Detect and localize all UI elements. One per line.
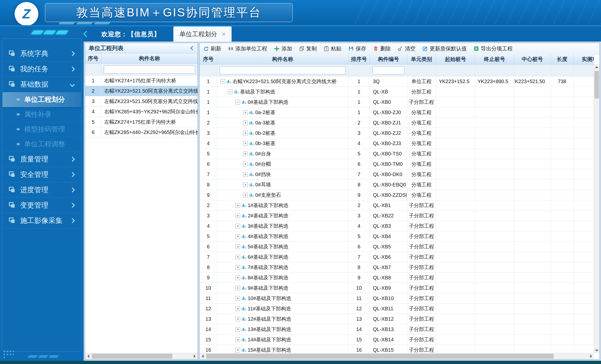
tab-close-icon[interactable]: × xyxy=(222,31,226,37)
table-row[interactable]: 1−0#基础及下部构造1QL-XB0子分部工程 xyxy=(200,97,594,107)
table-row[interactable]: 8+0#耳墙8QL-XB0-EBQ0分项工程 xyxy=(200,180,594,190)
copy-button[interactable]: 复制 xyxy=(299,45,317,52)
expand-node-icon[interactable]: + xyxy=(243,151,248,156)
table-row[interactable]: 9+8#基础及下部构造9QL-XB8子分部工程 xyxy=(200,273,594,283)
expand-node-icon[interactable]: + xyxy=(243,172,248,177)
expand-node-icon[interactable]: + xyxy=(235,213,240,218)
expand-node-icon[interactable]: + xyxy=(235,203,240,208)
table-row[interactable]: 16+15#基础及下部构造16QL-XB15子分部工程 xyxy=(200,345,594,353)
scroll-right-arrow-icon[interactable] xyxy=(192,353,198,359)
table-row[interactable]: 4+0b-3桩基4QL-XB0-ZJ3分项工程 xyxy=(200,138,594,149)
collapse-node-icon[interactable]: − xyxy=(235,100,240,105)
table-row[interactable]: 5+0#台身5QL-XB0-TS0分项工程 xyxy=(200,149,594,159)
add-button[interactable]: 添加 xyxy=(274,45,292,52)
sidebar-item[interactable]: 质量管理 xyxy=(3,152,81,167)
table-row[interactable]: 4+3#基础及下部构造4QL-XB3子分部工程 xyxy=(200,221,594,231)
table-row[interactable]: 6+5#基础及下部构造6QL-XB5子分部工程 xyxy=(200,242,594,252)
sidebar-subitem[interactable]: 属性补录 xyxy=(3,107,81,122)
sidebar-subitem[interactable]: 单位工程划分 xyxy=(3,92,81,107)
list-item[interactable]: 6左幅ZK285+440~ZK292+965阿尔金山特长隧道 xyxy=(85,127,198,138)
expand-node-icon[interactable]: + xyxy=(235,234,240,239)
table-row[interactable]: 14+13#基础及下部构造14QL-XB13子分部工程 xyxy=(200,324,594,335)
table-row[interactable]: 1−基础及下部构造1QL-XB分部工程 xyxy=(200,87,594,97)
expand-node-icon[interactable]: + xyxy=(243,162,248,167)
table-row[interactable]: 2+1#基础及下部构造2QL-XB1子分部工程 xyxy=(200,200,594,211)
unit-name-filter-input[interactable] xyxy=(104,65,195,74)
delete-button[interactable]: 删除 xyxy=(373,45,391,52)
vscroll-thumb[interactable] xyxy=(594,71,599,98)
expand-node-icon[interactable]: + xyxy=(243,182,248,187)
sidebar-item[interactable]: 变更管理 xyxy=(3,198,81,213)
expand-node-icon[interactable]: + xyxy=(235,306,240,311)
sidebar-item[interactable]: 系统字典 xyxy=(3,46,81,61)
list-item[interactable]: 4右幅YK285+435~YK292+962阿尔金山特长隧道 xyxy=(85,107,198,117)
paste-button[interactable]: 粘贴 xyxy=(324,45,341,52)
scroll-down-arrow-icon[interactable] xyxy=(594,348,599,353)
expand-node-icon[interactable]: + xyxy=(235,244,240,249)
table-row[interactable]: 3+2#基础及下部构造3QL-XB22子分部工程 xyxy=(200,211,594,221)
expand-node-icon[interactable]: + xyxy=(235,327,240,332)
list-item[interactable]: 5左幅ZK274+175红崖子沟特大桥 xyxy=(85,117,198,127)
expand-node-icon[interactable]: + xyxy=(235,286,240,290)
list-item[interactable]: 2右幅YK223+521.50阿克塞分离式立交跨线大桥 xyxy=(85,86,198,96)
tab-unit-division[interactable]: 单位工程划分 × xyxy=(173,26,232,42)
hscroll-thumb[interactable] xyxy=(92,354,172,359)
collapse-node-icon[interactable]: − xyxy=(228,89,233,94)
table-hscrollbar[interactable] xyxy=(200,353,594,359)
expand-node-icon[interactable]: + xyxy=(235,337,240,342)
table-row[interactable]: 12+11#基础及下部构造12QL-XB11子分部工程 xyxy=(200,304,594,314)
component-code-filter-input[interactable] xyxy=(372,66,404,74)
expand-node-icon[interactable]: + xyxy=(235,317,240,321)
list-item[interactable]: 1右幅YK274+175红崖子沟特大桥 xyxy=(85,76,198,86)
sidebar-subitem[interactable]: 单位工程调整 xyxy=(3,137,81,152)
sidebar-item[interactable]: 基础数据 xyxy=(3,77,81,92)
table-vscrollbar[interactable] xyxy=(594,64,599,353)
scroll-left-arrow-icon[interactable] xyxy=(85,353,91,359)
scroll-up-arrow-icon[interactable] xyxy=(594,64,599,70)
collapse-node-icon[interactable]: − xyxy=(220,79,225,84)
sidebar-item[interactable]: 进度管理 xyxy=(3,182,81,198)
table-row[interactable]: 8+7#基础及下部构造8QL-XB7子分部工程 xyxy=(200,262,594,273)
table-row[interactable]: 11+10#基础及下部构造11QL-XB10子分部工程 xyxy=(200,293,594,304)
table-row[interactable]: 2+0a-3桩基2QL-XB0-ZJ1分项工程 xyxy=(200,118,594,128)
panel-collapse-icon[interactable] xyxy=(191,46,195,50)
expand-node-icon[interactable]: + xyxy=(243,120,248,125)
sidebar-subitem[interactable]: 模型挂码管理 xyxy=(3,122,81,137)
list-item[interactable]: 3左幅ZK223+521.50阿克塞分离式立交跨线大桥 xyxy=(85,96,198,107)
expand-node-icon[interactable]: + xyxy=(235,224,240,228)
table-row[interactable]: 9+0#支座垫石9QL-XB0-ZZDS0分项工程 xyxy=(200,190,594,200)
expand-node-icon[interactable]: + xyxy=(235,255,240,259)
save-button[interactable]: 保存 xyxy=(348,45,366,52)
component-name-filter-input[interactable] xyxy=(220,66,345,74)
table-row[interactable]: 10+9#基础及下部构造10QL-XB9子分部工程 xyxy=(200,283,594,293)
export-subitem-button[interactable]: 导出分项工程 xyxy=(473,45,513,52)
table-row[interactable]: 5+4#基础及下部构造5QL-XB4子分部工程 xyxy=(200,231,594,242)
table-row[interactable]: 1+0a-2桩基1QL-XB0-ZJ0分项工程 xyxy=(200,107,594,118)
table-row[interactable]: 1−右幅YK223+521.50阿克塞分离式立交跨线大桥13Q单位工程YK223… xyxy=(200,76,594,87)
expand-node-icon[interactable]: + xyxy=(235,348,240,352)
expand-node-icon[interactable]: + xyxy=(243,193,248,197)
clear-button[interactable]: 清空 xyxy=(398,45,416,52)
sidebar-item[interactable]: 我的任务 xyxy=(3,61,81,77)
tab-scroll-left-icon[interactable] xyxy=(84,26,91,42)
update-quality-defaults-button[interactable]: 更新质保默认值 xyxy=(422,45,467,52)
scroll-right-arrow-icon[interactable] xyxy=(588,353,594,359)
sidebar-item[interactable]: 施工影像采集 xyxy=(3,213,81,228)
scroll-left-arrow-icon[interactable] xyxy=(200,353,206,359)
expand-node-icon[interactable]: + xyxy=(243,110,248,115)
expand-node-icon[interactable]: + xyxy=(235,275,240,280)
table-row[interactable]: 6+0#台帽6QL-XB0-TM0分项工程 xyxy=(200,159,594,169)
expand-node-icon[interactable]: + xyxy=(243,131,248,136)
expand-node-icon[interactable]: + xyxy=(243,141,248,146)
table-row[interactable]: 13+12#基础及下部构造13QL-XB12子分部工程 xyxy=(200,314,594,324)
table-row[interactable]: 15+14#基础及下部构造15QL-XB14子分部工程 xyxy=(200,335,594,345)
refresh-button[interactable]: 刷新 xyxy=(203,45,221,52)
table-row[interactable]: 7+0#挡块7QL-XB0-DK0分项工程 xyxy=(200,169,594,180)
unit-list-hscrollbar[interactable] xyxy=(85,353,198,359)
table-row[interactable]: 3+0b-2桩基3QL-XB0-ZJ2分项工程 xyxy=(200,128,594,138)
expand-node-icon[interactable]: + xyxy=(235,265,240,270)
expand-node-icon[interactable]: + xyxy=(235,296,240,301)
sidebar-item[interactable]: 安全管理 xyxy=(3,167,81,182)
table-row[interactable]: 7+6#基础及下部构造7QL-XB6子分部工程 xyxy=(200,252,594,262)
add-unit-project-button[interactable]: 添加单位工程 xyxy=(228,45,267,52)
